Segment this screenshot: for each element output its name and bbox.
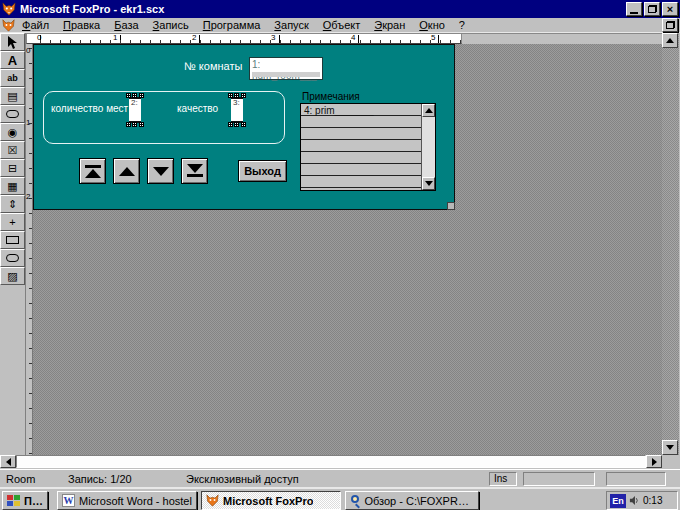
selection-handle[interactable] xyxy=(126,93,131,98)
scroll-up-button[interactable] xyxy=(662,33,678,48)
rounded-rectangle-tool[interactable] xyxy=(0,249,25,267)
room-number-field[interactable]: 1: num_room___ xyxy=(249,57,323,80)
button-tool[interactable] xyxy=(0,105,25,123)
notes-scroll-up-button[interactable] xyxy=(422,104,435,117)
keyboard-layout-indicator[interactable]: En xyxy=(610,494,626,508)
minimize-button[interactable] xyxy=(626,2,642,16)
menu-screen[interactable]: Экран xyxy=(367,19,412,31)
minimize-icon xyxy=(630,12,638,14)
scroll-left-button[interactable] xyxy=(0,455,16,468)
label-icon: A xyxy=(8,54,17,67)
menu-program[interactable]: Программа xyxy=(196,19,268,31)
horizontal-scroll-track[interactable] xyxy=(16,455,646,468)
menu-edit[interactable]: Правка xyxy=(56,19,107,31)
triangle-down-icon xyxy=(153,167,169,176)
scroll-right-button[interactable] xyxy=(646,455,662,468)
vertical-ruler: 0 1 2 xyxy=(26,44,33,455)
selection-handle[interactable] xyxy=(126,122,131,127)
start-button[interactable]: Пуск xyxy=(2,491,48,510)
selection-handle[interactable] xyxy=(132,122,137,127)
status-panel-empty-1 xyxy=(523,472,595,486)
close-button[interactable]: × xyxy=(662,2,678,16)
horizontal-scrollbar[interactable] xyxy=(0,455,662,469)
selection-handle[interactable] xyxy=(139,122,144,127)
notes-scrollbar[interactable] xyxy=(421,104,435,190)
right-arrow-icon xyxy=(652,458,657,466)
selection-handle[interactable] xyxy=(139,93,144,98)
notes-first-row: 4: prim_______ xyxy=(304,105,374,116)
task-browse-label: Обзор - C:\FOXPRO\KAD... xyxy=(364,495,474,507)
menu-record[interactable]: Запись xyxy=(146,19,196,31)
room-number-label: № комнаты xyxy=(184,60,242,72)
spinner-icon: ⇕ xyxy=(8,199,17,210)
document-fox-icon xyxy=(2,19,15,32)
first-record-button[interactable] xyxy=(79,158,106,184)
spinner-tool[interactable]: ⇕ xyxy=(0,195,25,213)
menu-database[interactable]: База xyxy=(107,19,145,31)
selection-handle[interactable] xyxy=(234,93,239,98)
label-tool[interactable]: A xyxy=(0,51,25,69)
seats-spinner-value: 2: xyxy=(131,98,138,107)
checkbox-tool[interactable]: ☒ xyxy=(0,141,25,159)
rounded-rectangle-icon xyxy=(6,254,19,262)
toolbox-palette: A ab ▤ ◉ ☒ ⊟ ▦ ⇕ + ▨ xyxy=(0,33,26,455)
field-tool[interactable]: ab xyxy=(0,69,25,87)
taskbar-clock[interactable]: 0:13 xyxy=(643,495,662,506)
start-label: Пуск xyxy=(24,495,43,507)
selection-handle[interactable] xyxy=(132,93,137,98)
room-field-second-line xyxy=(252,72,320,77)
selection-handle[interactable] xyxy=(228,122,233,127)
down-arrow-icon xyxy=(666,445,674,450)
task-foxpro[interactable]: Microsoft FoxPro xyxy=(201,491,341,510)
previous-record-button[interactable] xyxy=(113,158,140,184)
child-restore-button[interactable] xyxy=(662,18,678,32)
word-icon: W xyxy=(62,494,75,507)
exit-button[interactable]: Выход xyxy=(238,160,287,182)
notes-scroll-down-button[interactable] xyxy=(422,177,435,190)
selection-handle[interactable] xyxy=(234,122,239,127)
quality-spinner[interactable]: 3: xyxy=(230,95,244,125)
quality-label: качество xyxy=(177,103,218,114)
windows-logo-icon xyxy=(7,495,20,506)
task-word[interactable]: W Microsoft Word - hostel xyxy=(57,491,197,510)
foxpro-window: Microsoft FoxPro - ekr1.scx × Файл Правк… xyxy=(0,0,680,510)
ruler-number: 2 xyxy=(26,192,30,201)
radio-button-tool[interactable]: ◉ xyxy=(0,123,25,141)
list-tool[interactable]: ▦ xyxy=(0,177,25,195)
menu-window[interactable]: Окно xyxy=(412,19,452,31)
left-arrow-icon xyxy=(6,458,11,466)
notes-edit-region[interactable]: 4: prim_______ xyxy=(300,103,436,191)
menu-run[interactable]: Запуск xyxy=(267,19,315,31)
vertical-scrollbar[interactable] xyxy=(662,33,679,455)
field-icon: ab xyxy=(7,74,18,83)
last-record-button[interactable] xyxy=(181,158,208,184)
seats-spinner[interactable]: 2: xyxy=(128,95,142,125)
line-tool[interactable]: + xyxy=(0,213,25,231)
scrollbar-corner xyxy=(662,455,680,469)
menu-object[interactable]: Объект xyxy=(316,19,367,31)
window-title: Microsoft FoxPro - ekr1.scx xyxy=(20,3,624,15)
status-bar: Room Запись: 1/20 Эксклюзивный доступ In… xyxy=(0,469,680,487)
child-restore-icon xyxy=(666,21,675,29)
ins-indicator: Ins xyxy=(489,472,517,486)
form-resize-handle[interactable] xyxy=(447,202,455,210)
screen-design-form: № комнаты 1: num_room___ количество мест… xyxy=(33,44,455,210)
access-mode-status: Эксклюзивный доступ xyxy=(186,473,299,485)
task-word-label: Microsoft Word - hostel xyxy=(79,495,192,507)
scroll-down-button[interactable] xyxy=(662,440,678,455)
rectangle-tool[interactable] xyxy=(0,231,25,249)
menu-file[interactable]: Файл xyxy=(15,19,56,31)
popup-tool[interactable]: ⊟ xyxy=(0,159,25,177)
selection-handle[interactable] xyxy=(241,122,246,127)
task-browse[interactable]: Обзор - C:\FOXPRO\KAD... xyxy=(345,491,479,510)
picture-tool[interactable]: ▨ xyxy=(0,267,25,285)
selection-handle[interactable] xyxy=(241,93,246,98)
menu-help[interactable]: ? xyxy=(452,19,472,31)
restore-button[interactable] xyxy=(644,2,660,16)
selection-handle[interactable] xyxy=(228,93,233,98)
edit-region-tool[interactable]: ▤ xyxy=(0,87,25,105)
pointer-tool[interactable] xyxy=(0,33,25,51)
next-record-button[interactable] xyxy=(147,158,174,184)
volume-icon[interactable] xyxy=(629,495,640,506)
record-count-status: Запись: 1/20 xyxy=(68,473,132,485)
